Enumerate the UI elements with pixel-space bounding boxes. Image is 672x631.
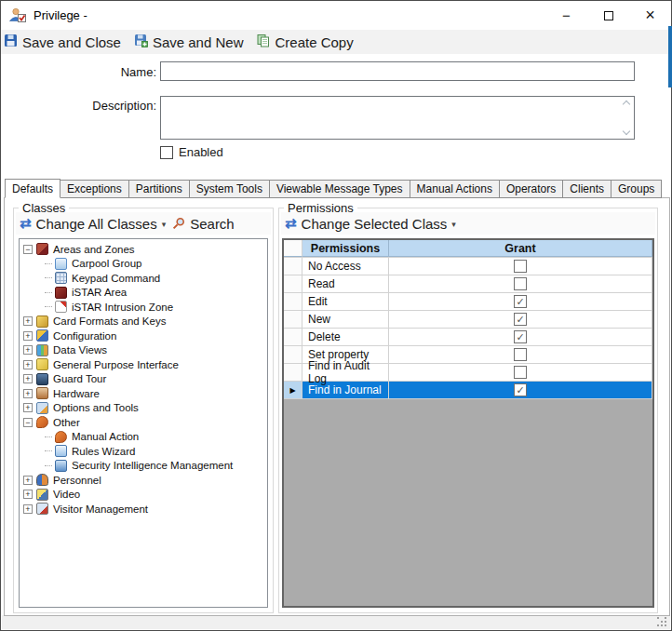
enabled-checkbox[interactable] <box>160 146 173 159</box>
tab-partitions[interactable]: Partitions <box>129 180 190 198</box>
tree-item-guard-tour[interactable]: + Guard Tour <box>20 372 267 387</box>
scroll-up-icon[interactable] <box>622 101 629 108</box>
tree-expand-icon[interactable]: + <box>23 389 33 398</box>
tree-expand-icon[interactable]: + <box>23 331 33 341</box>
row-selector-cell <box>284 346 302 363</box>
permission-label: Edit <box>302 293 389 310</box>
permission-row-find-in-journal[interactable]: ▶ Find in Journal ✓ <box>284 382 652 399</box>
tree-expand-icon[interactable]: + <box>23 374 33 383</box>
save-and-close-button[interactable]: Save and Close <box>4 34 121 50</box>
tab-groups[interactable]: Groups <box>612 180 662 198</box>
save-and-new-button[interactable]: Save and New <box>134 34 244 50</box>
privilege-dialog-window: Privilege - − × Save and Close Save and … <box>0 0 672 631</box>
tree-item-istar-intrusion-zone[interactable]: iSTAR Intrusion Zone <box>20 300 267 315</box>
change-selected-dropdown-icon[interactable]: ▾ <box>451 220 456 229</box>
grant-checkbox[interactable]: ✓ <box>514 330 527 343</box>
tree-item-rules-wizard[interactable]: Rules Wizard <box>20 444 267 459</box>
grant-checkbox[interactable]: ✓ <box>514 383 527 396</box>
tab-viewable-message-types[interactable]: Viewable Message Types <box>270 180 410 198</box>
tree-item-other[interactable]: − Other <box>20 415 267 430</box>
permissions-column-header[interactable]: Permissions <box>302 240 389 257</box>
grant-checkbox[interactable]: ✓ <box>514 295 527 308</box>
tab-defaults[interactable]: Defaults <box>5 179 60 198</box>
tree-expand-icon[interactable]: + <box>23 490 33 499</box>
grant-cell[interactable] <box>389 275 652 292</box>
tree-item-carpool-group[interactable]: Carpool Group <box>20 257 267 272</box>
grant-cell[interactable] <box>389 258 652 275</box>
permission-label: New <box>302 311 389 328</box>
tree-expand-icon[interactable]: + <box>23 403 33 412</box>
search-button[interactable]: Search <box>190 216 235 232</box>
tree-expand-icon[interactable]: + <box>23 360 33 369</box>
tab-clients[interactable]: Clients <box>563 180 612 198</box>
grant-cell[interactable]: ✓ <box>389 311 652 328</box>
tree-item-security-intelligence-management[interactable]: Security Intelligence Management <box>20 459 267 474</box>
change-selected-class-button[interactable]: Change Selected Class <box>302 216 448 232</box>
enabled-row: Enabled <box>160 145 223 159</box>
tree-item-areas-and-zones[interactable]: − Areas and Zones <box>20 242 267 257</box>
tree-item-label: Manual Action <box>72 431 139 442</box>
tree-expand-icon[interactable]: + <box>23 504 33 514</box>
create-copy-button[interactable]: Create Copy <box>256 34 353 50</box>
grant-cell[interactable]: ✓ <box>389 293 652 310</box>
permission-row-delete[interactable]: Delete ✓ <box>284 329 652 346</box>
tree-item-general-purpose-interface[interactable]: + General Purpose Interface <box>20 357 267 372</box>
grant-checkbox[interactable]: ✓ <box>514 313 527 326</box>
permission-row-find-in-audit-log[interactable]: Find in Audit Log <box>284 364 652 382</box>
change-all-classes-icon: ⇄ <box>20 215 32 232</box>
description-scrollbar[interactable] <box>619 98 633 138</box>
tab-operators[interactable]: Operators <box>500 180 563 198</box>
tree-item-label: Visitor Management <box>53 503 148 515</box>
grant-checkbox[interactable] <box>514 260 527 273</box>
tree-item-personnel[interactable]: + Personnel <box>20 473 267 488</box>
tree-collapse-icon[interactable]: − <box>23 418 33 427</box>
close-button[interactable]: × <box>629 1 671 30</box>
grant-cell[interactable]: ✓ <box>389 329 652 345</box>
tree-item-options-and-tools[interactable]: + Options and Tools <box>20 401 267 416</box>
tree-item-hardware[interactable]: + Hardware <box>20 386 267 401</box>
permission-row-new[interactable]: New ✓ <box>284 311 652 329</box>
description-input[interactable] <box>161 97 618 139</box>
scroll-down-icon[interactable] <box>622 128 629 135</box>
row-selector-cell <box>284 293 302 310</box>
permission-row-read[interactable]: Read <box>284 275 652 293</box>
grant-cell[interactable] <box>389 364 652 381</box>
tree-item-keypad-command[interactable]: Keypad Command <box>20 271 267 286</box>
tree-item-card-formats-and-keys[interactable]: + Card Formats and Keys <box>20 315 267 329</box>
grant-checkbox[interactable] <box>514 366 527 379</box>
change-all-dropdown-icon[interactable]: ▾ <box>162 220 167 229</box>
areas-and-zones-icon <box>36 243 48 255</box>
grant-checkbox[interactable] <box>514 348 527 361</box>
tree-item-data-views[interactable]: + Data Views <box>20 343 267 358</box>
tree-item-istar-area[interactable]: iSTAR Area <box>20 286 267 301</box>
keypad-command-icon <box>55 272 67 284</box>
permission-row-edit[interactable]: Edit ✓ <box>284 293 652 311</box>
tree-item-label: Rules Wizard <box>72 446 135 457</box>
minimize-button[interactable]: − <box>545 1 587 30</box>
tab-exceptions[interactable]: Exceptions <box>60 180 129 198</box>
maximize-button[interactable] <box>587 1 629 30</box>
title-bar[interactable]: Privilege - − × <box>1 1 671 30</box>
row-selector-cell <box>284 258 302 275</box>
tree-item-manual-action[interactable]: Manual Action <box>20 430 267 445</box>
tree-item-visitor-management[interactable]: + Visitor Management <box>20 502 267 517</box>
resize-grip-icon[interactable] <box>657 617 667 627</box>
permission-row-no-access[interactable]: No Access <box>284 258 652 275</box>
manual-action-icon <box>55 431 67 443</box>
tree-expand-icon[interactable]: + <box>23 476 33 485</box>
tree-item-label: iSTAR Area <box>72 287 127 298</box>
name-input[interactable] <box>160 61 635 81</box>
tree-expand-icon[interactable]: + <box>23 345 33 355</box>
grant-checkbox[interactable] <box>514 277 527 290</box>
grant-cell[interactable]: ✓ <box>389 382 652 398</box>
tab-system-tools[interactable]: System Tools <box>190 180 270 198</box>
tree-item-configuration[interactable]: + Configuration <box>20 329 267 343</box>
grant-column-header[interactable]: Grant <box>389 240 652 257</box>
tab-manual-actions[interactable]: Manual Actions <box>410 180 500 198</box>
tree-collapse-icon[interactable]: − <box>23 245 33 254</box>
tree-expand-icon[interactable]: + <box>23 316 33 326</box>
change-all-classes-button[interactable]: Change All Classes <box>36 216 157 232</box>
grant-cell[interactable] <box>389 346 652 363</box>
card-formats-icon <box>36 316 48 328</box>
tree-item-video[interactable]: + Video <box>20 488 267 503</box>
